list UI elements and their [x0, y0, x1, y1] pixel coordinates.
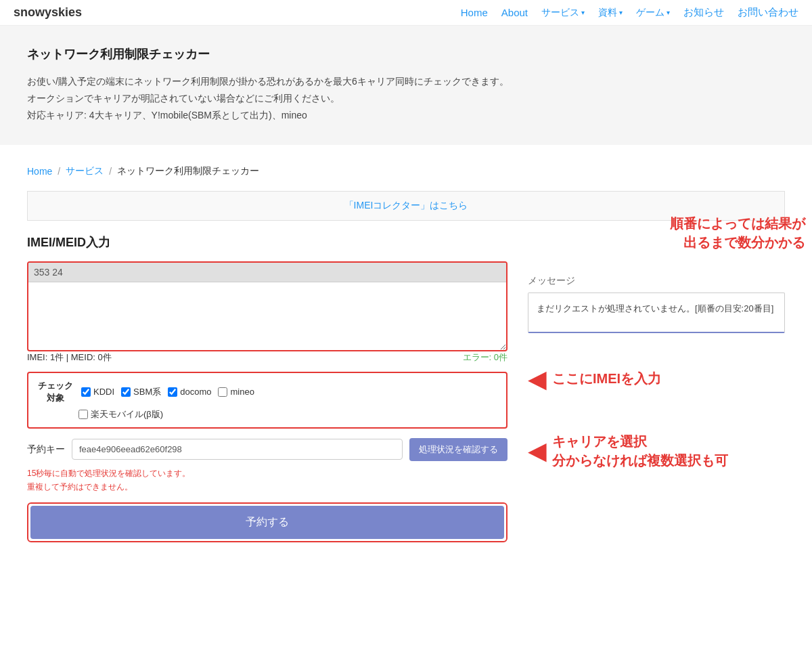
nav-about[interactable]: About — [501, 7, 528, 18]
right-panel: 順番によっては結果が出るまで数分かかる メッセージ まだリクエストが処理されてい… — [528, 234, 785, 542]
note-line2: 重複して予約はできません。 — [27, 480, 508, 494]
breadcrumb-home[interactable]: Home — [27, 166, 52, 177]
note-text: 15秒毎に自動で処理状況を確認しています。 重複して予約はできません。 — [27, 467, 508, 494]
hero-line2: オークションでキャリアが明記されていない場合などにご利用ください。 — [27, 90, 785, 107]
carrier-kddi[interactable]: KDDI — [81, 387, 114, 397]
carrier-sbm[interactable]: SBM系 — [121, 386, 161, 398]
reservation-label: 予約キー — [27, 443, 65, 456]
hero-section: ネットワーク利用制限チェッカー お使い/購入予定の端末にネットワーク利用制限が掛… — [0, 26, 812, 145]
annotation-imei-input: ◀ ここにIMEIを入力 — [528, 367, 785, 391]
message-text: まだリクエストが処理されていません。[順番の目安:20番目] — [537, 303, 773, 313]
carrier-mineo-checkbox[interactable] — [218, 387, 227, 397]
message-box: まだリクエストが処理されていません。[順番の目安:20番目] — [528, 293, 785, 333]
annotation-lower-text: キャリアを選択分からなければ複数選択も可 — [552, 432, 728, 470]
chevron-down-icon: ▾ — [619, 9, 623, 16]
hero-title: ネットワーク利用制限チェッカー — [27, 46, 785, 62]
carrier-kddi-checkbox[interactable] — [81, 387, 91, 397]
chevron-down-icon: ▾ — [667, 9, 670, 16]
navbar: snowyskies Home About サービス ▾ 資料 ▾ ゲーム ▾ … — [0, 0, 812, 26]
nav-links: Home About サービス ▾ 資料 ▾ ゲーム ▾ お知らせ お問い合わせ — [461, 6, 798, 19]
imei-textarea[interactable] — [28, 282, 506, 350]
imei-first-line-value: 353 24 — [34, 267, 63, 278]
imei-input-container: 353 24 — [27, 261, 508, 351]
breadcrumb-current: ネットワーク利用制限チェッカー — [117, 165, 259, 177]
annotation-mid-text: ここにIMEIを入力 — [552, 370, 661, 388]
message-label: メッセージ — [528, 275, 785, 287]
nav-services-dropdown[interactable]: サービス ▾ — [541, 7, 585, 19]
note-line1: 15秒毎に自動で処理状況を確認しています。 — [27, 467, 508, 480]
carrier-row-2: 楽天モバイル(β版) — [38, 408, 497, 420]
breadcrumb-sep2: / — [109, 166, 112, 177]
panel-title: IMEI/MEID入力 — [27, 234, 508, 251]
reservation-key-row: 予約キー 処理状況を確認する — [27, 438, 508, 461]
annotation-carrier-select: ◀ キャリアを選択分からなければ複数選択も可 — [528, 432, 785, 470]
imei-count-text: IMEI: 1件 | MEID: 0件 — [27, 351, 112, 364]
carrier-row-1: チェック対象 KDDI SBM系 docomo — [38, 380, 497, 404]
nav-news[interactable]: お知らせ — [683, 6, 724, 19]
form-area: IMEI/MEID入力 353 24 IMEI: 1件 | MEID: 0件 エ… — [27, 234, 785, 542]
site-brand: snowyskies — [14, 5, 82, 20]
nav-contact[interactable]: お問い合わせ — [738, 6, 798, 19]
breadcrumb-sep1: / — [58, 166, 60, 177]
hero-line3: 対応キャリア: 4大キャリア、Y!mobile(SBM系として出力)、mineo — [27, 107, 785, 124]
reservation-key-input[interactable] — [72, 439, 403, 460]
carrier-docomo[interactable]: docomo — [168, 387, 211, 397]
arrow-left-icon-2: ◀ — [528, 439, 547, 463]
main-content: Home / サービス / ネットワーク利用制限チェッカー 「IMEIコレクター… — [0, 165, 812, 569]
annotation-top-text: 順番によっては結果が出るまで数分かかる — [670, 214, 805, 252]
carrier-mineo[interactable]: mineo — [218, 387, 254, 397]
reserve-button[interactable]: 予約する — [30, 506, 504, 539]
nav-resources-dropdown[interactable]: 資料 ▾ — [598, 7, 623, 19]
nav-home[interactable]: Home — [461, 7, 488, 18]
reserve-btn-wrapper: 予約する — [27, 502, 508, 542]
imei-count-row: IMEI: 1件 | MEID: 0件 エラー: 0件 — [27, 351, 508, 364]
carrier-sbm-checkbox[interactable] — [121, 387, 131, 397]
error-count-text: エラー: 0件 — [463, 351, 508, 364]
breadcrumb-services[interactable]: サービス — [66, 165, 104, 177]
arrow-left-icon: ◀ — [528, 367, 547, 391]
carrier-label: チェック対象 — [38, 380, 73, 404]
hero-line1: お使い/購入予定の端末にネットワーク利用制限が掛かる恐れがあるかを最大6キャリア… — [27, 73, 785, 90]
left-panel: IMEI/MEID入力 353 24 IMEI: 1件 | MEID: 0件 エ… — [27, 234, 508, 542]
nav-games-dropdown[interactable]: ゲーム ▾ — [636, 7, 670, 19]
carrier-docomo-checkbox[interactable] — [168, 387, 177, 397]
carrier-rakuten-checkbox[interactable] — [78, 410, 88, 419]
annotation-top-right: 順番によっては結果が出るまで数分かかる — [670, 214, 805, 252]
check-status-button[interactable]: 処理状況を確認する — [409, 438, 508, 461]
imei-collector-link[interactable]: 「IMEIコレクター」はこちら — [344, 200, 468, 211]
carrier-checkbox-box: チェック対象 KDDI SBM系 docomo — [27, 372, 508, 429]
breadcrumb: Home / サービス / ネットワーク利用制限チェッカー — [27, 165, 785, 177]
carrier-rakuten[interactable]: 楽天モバイル(β版) — [78, 408, 493, 420]
chevron-down-icon: ▾ — [581, 9, 585, 16]
